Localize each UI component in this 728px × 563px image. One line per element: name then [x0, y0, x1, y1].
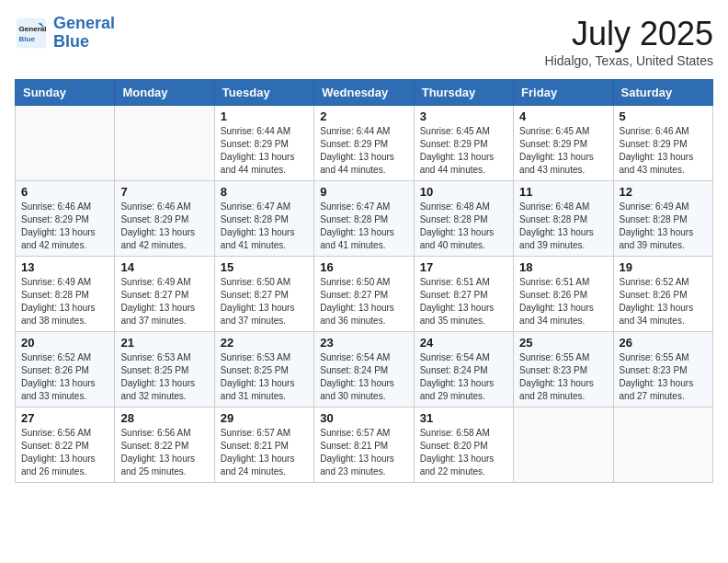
calendar-day-cell: 26Sunrise: 6:55 AM Sunset: 8:23 PM Dayli… [613, 332, 712, 408]
calendar-day-cell: 20Sunrise: 6:52 AM Sunset: 8:26 PM Dayli… [16, 332, 115, 408]
day-detail: Sunrise: 6:49 AM Sunset: 8:27 PM Dayligh… [120, 276, 208, 327]
day-number: 10 [420, 185, 507, 199]
calendar-day-cell: 14Sunrise: 6:49 AM Sunset: 8:27 PM Dayli… [115, 257, 214, 332]
day-number: 20 [21, 336, 108, 350]
calendar-day-cell: 24Sunrise: 6:54 AM Sunset: 8:24 PM Dayli… [414, 332, 513, 408]
day-number: 25 [519, 336, 607, 350]
day-detail: Sunrise: 6:44 AM Sunset: 8:29 PM Dayligh… [221, 125, 308, 177]
calendar-week-row: 13Sunrise: 6:49 AM Sunset: 8:28 PM Dayli… [16, 257, 713, 332]
calendar-day-cell: 5Sunrise: 6:46 AM Sunset: 8:29 PM Daylig… [613, 106, 712, 181]
day-detail: Sunrise: 6:47 AM Sunset: 8:28 PM Dayligh… [320, 201, 407, 252]
day-detail: Sunrise: 6:48 AM Sunset: 8:28 PM Dayligh… [420, 201, 507, 252]
calendar-day-cell [115, 106, 214, 181]
day-detail: Sunrise: 6:57 AM Sunset: 8:21 PM Dayligh… [320, 427, 407, 478]
calendar-day-cell [16, 106, 115, 181]
calendar-day-cell: 22Sunrise: 6:53 AM Sunset: 8:25 PM Dayli… [214, 332, 313, 408]
calendar-day-cell: 3Sunrise: 6:45 AM Sunset: 8:29 PM Daylig… [414, 106, 513, 181]
day-number: 4 [519, 109, 607, 123]
day-detail: Sunrise: 6:50 AM Sunset: 8:27 PM Dayligh… [320, 276, 407, 327]
calendar-week-row: 6Sunrise: 6:46 AM Sunset: 8:29 PM Daylig… [16, 181, 713, 257]
weekday-header: Thursday [414, 80, 513, 106]
day-number: 11 [519, 185, 607, 199]
calendar-day-cell: 25Sunrise: 6:55 AM Sunset: 8:23 PM Dayli… [514, 332, 613, 408]
day-number: 23 [320, 336, 407, 350]
calendar-day-cell: 29Sunrise: 6:57 AM Sunset: 8:21 PM Dayli… [214, 408, 313, 483]
calendar-day-cell: 1Sunrise: 6:44 AM Sunset: 8:29 PM Daylig… [214, 106, 313, 181]
day-detail: Sunrise: 6:51 AM Sunset: 8:27 PM Dayligh… [420, 276, 507, 327]
month-year-title: July 2025 [545, 15, 713, 53]
logo-icon: General Blue [15, 17, 48, 50]
location-subtitle: Hidalgo, Texas, United States [545, 53, 713, 68]
day-number: 14 [120, 260, 208, 274]
day-number: 21 [120, 336, 208, 350]
title-block: July 2025 Hidalgo, Texas, United States [545, 15, 713, 68]
day-detail: Sunrise: 6:50 AM Sunset: 8:27 PM Dayligh… [221, 276, 308, 327]
calendar-day-cell: 28Sunrise: 6:56 AM Sunset: 8:22 PM Dayli… [115, 408, 214, 483]
weekday-header: Friday [514, 80, 613, 106]
calendar-day-cell: 8Sunrise: 6:47 AM Sunset: 8:28 PM Daylig… [214, 181, 313, 257]
weekday-header: Wednesday [314, 80, 414, 106]
day-detail: Sunrise: 6:49 AM Sunset: 8:28 PM Dayligh… [620, 201, 707, 252]
calendar-day-cell: 11Sunrise: 6:48 AM Sunset: 8:28 PM Dayli… [514, 181, 613, 257]
day-detail: Sunrise: 6:57 AM Sunset: 8:21 PM Dayligh… [221, 427, 308, 478]
calendar-day-cell: 2Sunrise: 6:44 AM Sunset: 8:29 PM Daylig… [314, 106, 414, 181]
calendar-day-cell: 30Sunrise: 6:57 AM Sunset: 8:21 PM Dayli… [314, 408, 414, 483]
calendar-day-cell: 13Sunrise: 6:49 AM Sunset: 8:28 PM Dayli… [16, 257, 115, 332]
day-number: 5 [620, 109, 707, 123]
day-detail: Sunrise: 6:53 AM Sunset: 8:25 PM Dayligh… [221, 351, 308, 403]
calendar-day-cell: 4Sunrise: 6:45 AM Sunset: 8:29 PM Daylig… [514, 106, 613, 181]
day-detail: Sunrise: 6:56 AM Sunset: 8:22 PM Dayligh… [21, 427, 108, 478]
day-number: 24 [420, 336, 507, 350]
day-number: 30 [320, 411, 407, 425]
weekday-header: Monday [115, 80, 214, 106]
calendar-day-cell: 9Sunrise: 6:47 AM Sunset: 8:28 PM Daylig… [314, 181, 414, 257]
calendar-day-cell: 15Sunrise: 6:50 AM Sunset: 8:27 PM Dayli… [214, 257, 313, 332]
day-number: 2 [320, 109, 407, 123]
calendar-day-cell: 21Sunrise: 6:53 AM Sunset: 8:25 PM Dayli… [115, 332, 214, 408]
day-number: 12 [620, 185, 707, 199]
calendar-day-cell: 6Sunrise: 6:46 AM Sunset: 8:29 PM Daylig… [16, 181, 115, 257]
day-detail: Sunrise: 6:48 AM Sunset: 8:28 PM Dayligh… [519, 201, 607, 252]
calendar-day-cell [613, 408, 712, 483]
logo-text: GeneralBlue [53, 15, 115, 52]
calendar-day-cell: 16Sunrise: 6:50 AM Sunset: 8:27 PM Dayli… [314, 257, 414, 332]
day-number: 31 [420, 411, 507, 425]
day-detail: Sunrise: 6:46 AM Sunset: 8:29 PM Dayligh… [620, 125, 707, 177]
day-number: 27 [21, 411, 108, 425]
day-number: 13 [21, 260, 108, 274]
day-number: 29 [221, 411, 308, 425]
calendar-table: SundayMondayTuesdayWednesdayThursdayFrid… [15, 79, 713, 483]
day-number: 18 [519, 260, 607, 274]
day-number: 22 [221, 336, 308, 350]
day-number: 15 [221, 260, 308, 274]
day-detail: Sunrise: 6:44 AM Sunset: 8:29 PM Dayligh… [320, 125, 407, 177]
calendar-day-cell [514, 408, 613, 483]
calendar-day-cell: 19Sunrise: 6:52 AM Sunset: 8:26 PM Dayli… [613, 257, 712, 332]
day-detail: Sunrise: 6:52 AM Sunset: 8:26 PM Dayligh… [620, 276, 707, 327]
calendar-day-cell: 31Sunrise: 6:58 AM Sunset: 8:20 PM Dayli… [414, 408, 513, 483]
weekday-header: Tuesday [214, 80, 313, 106]
day-detail: Sunrise: 6:45 AM Sunset: 8:29 PM Dayligh… [519, 125, 607, 177]
calendar-header-row: SundayMondayTuesdayWednesdayThursdayFrid… [16, 80, 713, 106]
calendar-day-cell: 23Sunrise: 6:54 AM Sunset: 8:24 PM Dayli… [314, 332, 414, 408]
day-number: 8 [221, 185, 308, 199]
calendar-day-cell: 12Sunrise: 6:49 AM Sunset: 8:28 PM Dayli… [613, 181, 712, 257]
logo: General Blue GeneralBlue [15, 15, 115, 52]
calendar-week-row: 20Sunrise: 6:52 AM Sunset: 8:26 PM Dayli… [16, 332, 713, 408]
day-number: 17 [420, 260, 507, 274]
day-detail: Sunrise: 6:49 AM Sunset: 8:28 PM Dayligh… [21, 276, 108, 327]
svg-text:Blue: Blue [19, 35, 36, 43]
calendar-day-cell: 27Sunrise: 6:56 AM Sunset: 8:22 PM Dayli… [16, 408, 115, 483]
calendar-week-row: 27Sunrise: 6:56 AM Sunset: 8:22 PM Dayli… [16, 408, 713, 483]
calendar-day-cell: 18Sunrise: 6:51 AM Sunset: 8:26 PM Dayli… [514, 257, 613, 332]
day-detail: Sunrise: 6:56 AM Sunset: 8:22 PM Dayligh… [120, 427, 208, 478]
calendar-day-cell: 7Sunrise: 6:46 AM Sunset: 8:29 PM Daylig… [115, 181, 214, 257]
day-number: 26 [620, 336, 707, 350]
day-detail: Sunrise: 6:51 AM Sunset: 8:26 PM Dayligh… [519, 276, 607, 327]
day-detail: Sunrise: 6:45 AM Sunset: 8:29 PM Dayligh… [420, 125, 507, 177]
day-number: 6 [21, 185, 108, 199]
day-number: 16 [320, 260, 407, 274]
day-detail: Sunrise: 6:58 AM Sunset: 8:20 PM Dayligh… [420, 427, 507, 478]
day-detail: Sunrise: 6:46 AM Sunset: 8:29 PM Dayligh… [120, 201, 208, 252]
day-detail: Sunrise: 6:55 AM Sunset: 8:23 PM Dayligh… [519, 351, 607, 403]
